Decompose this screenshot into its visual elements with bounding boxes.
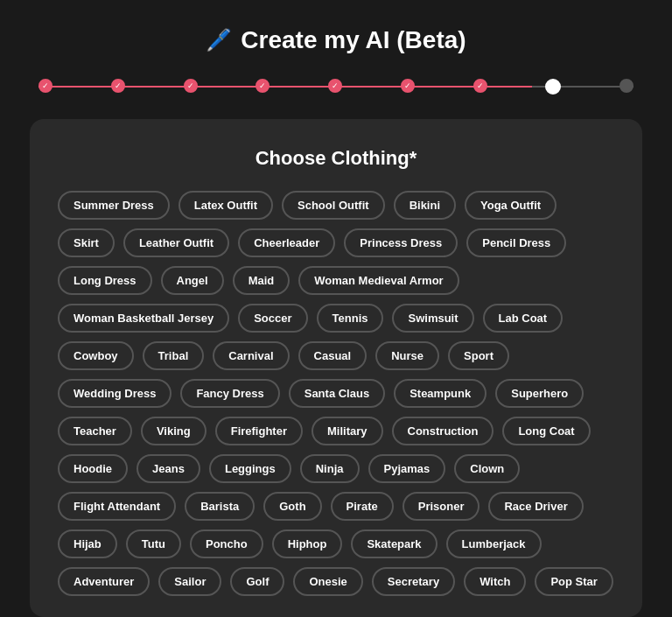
tag-pirate[interactable]: Pirate: [331, 492, 394, 521]
tag-soccer[interactable]: Soccer: [238, 304, 307, 333]
tag-sailor[interactable]: Sailor: [158, 567, 221, 596]
tag-sport[interactable]: Sport: [448, 341, 509, 370]
tag-pencil-dress[interactable]: Pencil Dress: [466, 228, 566, 257]
tag-skirt[interactable]: Skirt: [58, 228, 115, 257]
progress-bar: ✓ ✓ ✓ ✓ ✓ ✓ ✓: [38, 79, 634, 95]
tag-fancy-dress[interactable]: Fancy Dress: [180, 379, 279, 408]
progress-step-3: ✓: [184, 79, 198, 93]
tag-tutu[interactable]: Tutu: [126, 529, 181, 558]
page-title: 🖊️ Create my AI (Beta): [206, 26, 466, 54]
tag-cowboy[interactable]: Cowboy: [58, 341, 134, 370]
clothing-card: Choose Clothing* Summer DressLatex Outfi…: [30, 119, 642, 617]
tag-witch[interactable]: Witch: [464, 567, 526, 596]
tag-clown[interactable]: Clown: [454, 454, 520, 483]
tag-leather-outfit[interactable]: Leather Outfit: [123, 228, 229, 257]
tag-prisoner[interactable]: Prisoner: [402, 492, 480, 521]
progress-step-8: [545, 79, 561, 95]
tag-superhero[interactable]: Superhero: [495, 379, 584, 408]
tag-long-coat[interactable]: Long Coat: [502, 417, 590, 445]
tag-princess-dress[interactable]: Princess Dress: [344, 228, 458, 257]
tag-military[interactable]: Military: [312, 417, 383, 445]
tag-long-dress[interactable]: Long Dress: [58, 266, 152, 295]
tag-secretary[interactable]: Secretary: [372, 567, 455, 596]
tag-pop-star[interactable]: Pop Star: [535, 567, 612, 596]
progress-dots: ✓ ✓ ✓ ✓ ✓ ✓ ✓: [38, 79, 634, 95]
tag-golf[interactable]: Golf: [230, 567, 284, 596]
tag-race-driver[interactable]: Race Driver: [488, 492, 583, 521]
tag-woman-medieval-armor[interactable]: Woman Medieval Armor: [298, 266, 458, 295]
tag-bikini[interactable]: Bikini: [394, 191, 456, 220]
progress-step-5: ✓: [328, 79, 342, 93]
tag-santa-claus[interactable]: Santa Claus: [289, 379, 385, 408]
tag-lab-coat[interactable]: Lab Coat: [483, 304, 564, 333]
tag-lumberjack[interactable]: Lumberjack: [446, 529, 542, 558]
pencil-icon: 🖊️: [206, 28, 232, 53]
tag-yoga-outfit[interactable]: Yoga Outfit: [465, 191, 556, 220]
tag-construction[interactable]: Construction: [392, 417, 494, 445]
tag-tribal[interactable]: Tribal: [143, 341, 205, 370]
tag-tennis[interactable]: Tennis: [317, 304, 384, 333]
tag-poncho[interactable]: Poncho: [190, 529, 263, 558]
tag-firefighter[interactable]: Firefighter: [215, 417, 303, 445]
tag-viking[interactable]: Viking: [141, 417, 206, 445]
tag-hiphop[interactable]: Hiphop: [272, 529, 343, 558]
tag-barista[interactable]: Barista: [185, 492, 255, 521]
tag-adventurer[interactable]: Adventurer: [58, 567, 150, 596]
tag-ninja[interactable]: Ninja: [300, 454, 360, 483]
tag-steampunk[interactable]: Steampunk: [394, 379, 486, 408]
tag-leggings[interactable]: Leggings: [209, 454, 291, 483]
tag-hijab[interactable]: Hijab: [58, 529, 117, 558]
progress-step-2: ✓: [111, 79, 125, 93]
tag-casual[interactable]: Casual: [298, 341, 368, 370]
tag-latex-outfit[interactable]: Latex Outfit: [178, 191, 273, 220]
tag-goth[interactable]: Goth: [263, 492, 321, 521]
tag-skatepark[interactable]: Skatepark: [351, 529, 437, 558]
tag-swimsuit[interactable]: Swimsuit: [392, 304, 473, 333]
tag-hoodie[interactable]: Hoodie: [58, 454, 128, 483]
tag-pyjamas[interactable]: Pyjamas: [368, 454, 446, 483]
tag-woman-basketball-jersey[interactable]: Woman Basketball Jersey: [58, 304, 229, 333]
tags-container: Summer DressLatex OutfitSchool OutfitBik…: [58, 191, 614, 596]
progress-step-7: ✓: [473, 79, 487, 93]
tag-maid[interactable]: Maid: [233, 266, 290, 295]
tag-onesie[interactable]: Onesie: [293, 567, 362, 596]
tag-wedding-dress[interactable]: Wedding Dress: [58, 379, 172, 408]
progress-step-4: ✓: [256, 79, 270, 93]
tag-teacher[interactable]: Teacher: [58, 417, 132, 445]
tag-flight-attendant[interactable]: Flight Attendant: [58, 492, 176, 521]
tag-cheerleader[interactable]: Cheerleader: [238, 228, 335, 257]
tag-carnival[interactable]: Carnival: [213, 341, 289, 370]
tag-school-outfit[interactable]: School Outfit: [282, 191, 385, 220]
tag-nurse[interactable]: Nurse: [375, 341, 439, 370]
tag-jeans[interactable]: Jeans: [136, 454, 200, 483]
progress-step-9: [620, 79, 634, 93]
progress-step-6: ✓: [401, 79, 415, 93]
tag-angel[interactable]: Angel: [161, 266, 224, 295]
tag-summer-dress[interactable]: Summer Dress: [58, 191, 170, 220]
progress-step-1: ✓: [38, 79, 52, 93]
card-title: Choose Clothing*: [58, 147, 614, 170]
